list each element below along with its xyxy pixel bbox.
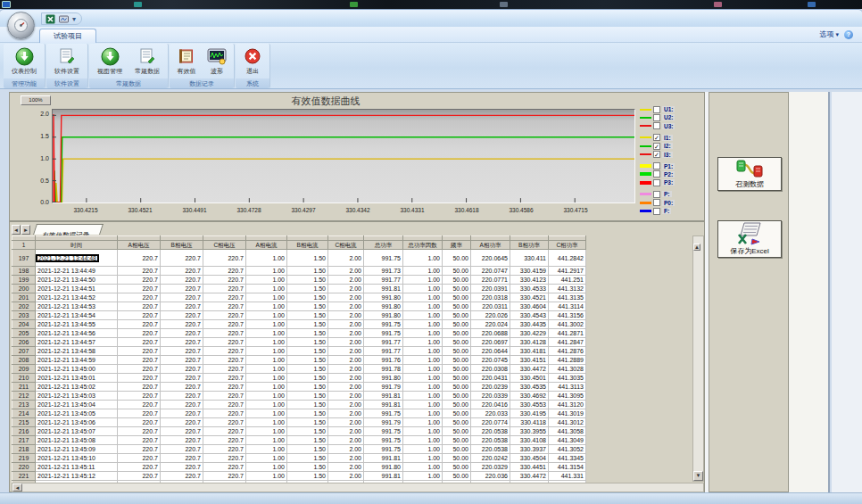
data-cell[interactable]: 2.00 (328, 409, 364, 418)
data-cell[interactable]: 2021-12-21 13:44:50 (36, 276, 118, 285)
rms-value-button[interactable]: 有效值 (172, 45, 201, 76)
scroll-down-button[interactable]: ▼ (693, 471, 703, 481)
data-cell[interactable]: 1.00 (403, 418, 443, 427)
data-cell[interactable]: 1.50 (287, 427, 328, 436)
data-cell[interactable]: 2.00 (328, 347, 364, 356)
data-cell[interactable]: 1.00 (403, 347, 443, 356)
data-cell[interactable]: 441.3113 (549, 383, 586, 392)
data-cell[interactable]: 2021-12-21 13:45:00 (36, 365, 118, 374)
data-cell[interactable]: 220.7 (161, 401, 203, 409)
data-cell[interactable]: 220.7 (161, 418, 203, 427)
data-cell[interactable]: 220.7 (161, 392, 203, 401)
data-cell[interactable]: 330.4543 (510, 311, 549, 320)
data-cell[interactable]: 1.50 (287, 250, 328, 267)
data-cell[interactable]: 1.00 (403, 311, 443, 320)
data-cell[interactable]: 220.7 (118, 463, 161, 472)
data-cell[interactable]: 1.50 (287, 347, 328, 356)
data-cell[interactable]: 441.3019 (549, 409, 586, 418)
data-cell[interactable]: 220.0645 (471, 250, 510, 267)
data-cell[interactable]: 2021-12-21 13:44:52 (36, 293, 118, 302)
fetch-data-button[interactable]: 召测数据 (717, 157, 782, 191)
data-cell[interactable]: 1.50 (287, 392, 328, 401)
data-cell[interactable]: 220.7 (203, 445, 246, 454)
data-cell[interactable]: 1.00 (403, 383, 443, 392)
data-cell[interactable]: 220.7 (118, 392, 161, 401)
row-number-cell[interactable]: 198 (12, 267, 36, 276)
data-cell[interactable]: 1.00 (246, 347, 287, 356)
legend-checkbox[interactable] (653, 106, 660, 113)
data-cell[interactable]: 441.3120 (549, 401, 586, 409)
data-cell[interactable]: 220.7 (161, 329, 203, 338)
data-cell[interactable]: 220.0391 (471, 285, 510, 293)
data-cell[interactable]: 220.7 (118, 329, 161, 338)
data-cell[interactable]: 220.7 (161, 454, 203, 463)
data-cell[interactable]: 441.3002 (549, 320, 586, 329)
data-cell[interactable]: 991.80 (364, 311, 403, 320)
data-cell[interactable]: 1.50 (287, 285, 328, 293)
data-cell[interactable]: 1.50 (287, 320, 328, 329)
data-cell[interactable]: 441.3052 (549, 445, 586, 454)
data-cell[interactable]: 220.7 (203, 356, 246, 365)
data-cell[interactable]: 991.75 (364, 320, 403, 329)
data-cell[interactable]: 220.7 (203, 276, 246, 285)
data-cell[interactable]: 991.76 (364, 356, 403, 365)
data-cell[interactable]: 220.7 (203, 463, 246, 472)
data-cell[interactable]: 220.026 (471, 311, 510, 320)
data-cell[interactable]: 220.7 (161, 347, 203, 356)
data-cell[interactable]: 220.0242 (471, 454, 510, 463)
data-cell[interactable]: 220.7 (118, 454, 161, 463)
excel-icon[interactable] (46, 14, 55, 24)
data-cell[interactable]: 991.77 (364, 276, 403, 285)
corner-header-cell[interactable]: 1 (12, 241, 36, 250)
row-number-cell[interactable]: 215 (12, 418, 36, 427)
table-horizontal-scrollbar[interactable]: ◄ (12, 483, 704, 492)
help-icon[interactable]: ? (844, 30, 853, 39)
data-cell[interactable]: 220.0644 (471, 347, 510, 356)
data-cell[interactable]: 2021-12-21 13:44:59 (36, 356, 118, 365)
data-cell[interactable]: 330.3955 (510, 427, 549, 436)
data-cell[interactable]: 1.00 (246, 445, 287, 454)
data-cell[interactable]: 991.75 (364, 329, 403, 338)
data-cell[interactable]: 220.7 (161, 374, 203, 383)
data-cell[interactable]: 2021-12-21 13:44:51 (36, 285, 118, 293)
data-cell[interactable]: 330.4472 (510, 472, 549, 481)
header-cell[interactable]: A相电流 (246, 241, 287, 250)
data-cell[interactable]: 220.7 (203, 267, 246, 276)
data-cell[interactable]: 220.7 (203, 436, 246, 445)
data-cell[interactable]: 1.50 (287, 293, 328, 302)
data-cell[interactable]: 220.7 (161, 250, 203, 267)
data-cell[interactable]: 2021-12-21 13:45:05 (36, 409, 118, 418)
data-cell[interactable]: 50.00 (443, 383, 471, 392)
data-cell[interactable]: 220.7 (161, 445, 203, 454)
data-cell[interactable]: 2.00 (328, 436, 364, 445)
data-cell[interactable]: 330.4128 (510, 338, 549, 347)
header-cell[interactable]: C相电压 (203, 241, 246, 250)
row-number-cell[interactable]: 202 (12, 302, 36, 311)
data-cell[interactable]: 1.00 (403, 409, 443, 418)
data-cell[interactable]: 220.0745 (471, 356, 510, 365)
data-cell[interactable]: 441.3049 (549, 436, 586, 445)
data-cell[interactable]: 1.00 (246, 392, 287, 401)
data-cell[interactable]: 330.4435 (510, 320, 549, 329)
data-cell[interactable]: 50.00 (443, 356, 471, 365)
data-cell[interactable]: 1.00 (246, 401, 287, 409)
data-cell[interactable]: 441.2871 (549, 329, 586, 338)
header-cell[interactable]: A相电压 (118, 241, 161, 250)
legend-checkbox[interactable] (653, 208, 660, 215)
data-cell[interactable]: 2.00 (328, 472, 364, 481)
data-cell[interactable]: 991.80 (364, 302, 403, 311)
data-cell[interactable]: 50.00 (443, 392, 471, 401)
row-number-cell[interactable]: 212 (12, 392, 36, 401)
data-cell[interactable]: 2021-12-21 13:45:09 (36, 445, 118, 454)
data-cell[interactable]: 220.7 (203, 392, 246, 401)
data-cell[interactable]: 330.4501 (510, 374, 549, 383)
data-cell[interactable]: 220.7 (118, 374, 161, 383)
data-cell[interactable]: 220.7 (118, 445, 161, 454)
meter-icon[interactable] (59, 14, 69, 24)
data-cell[interactable]: 220.7 (118, 409, 161, 418)
data-cell[interactable]: 220.024 (471, 320, 510, 329)
data-cell[interactable]: 220.0538 (471, 436, 510, 445)
data-cell[interactable]: 50.00 (443, 463, 471, 472)
data-cell[interactable]: 2021-12-21 13:45:10 (36, 454, 118, 463)
data-cell[interactable]: 1.00 (246, 383, 287, 392)
